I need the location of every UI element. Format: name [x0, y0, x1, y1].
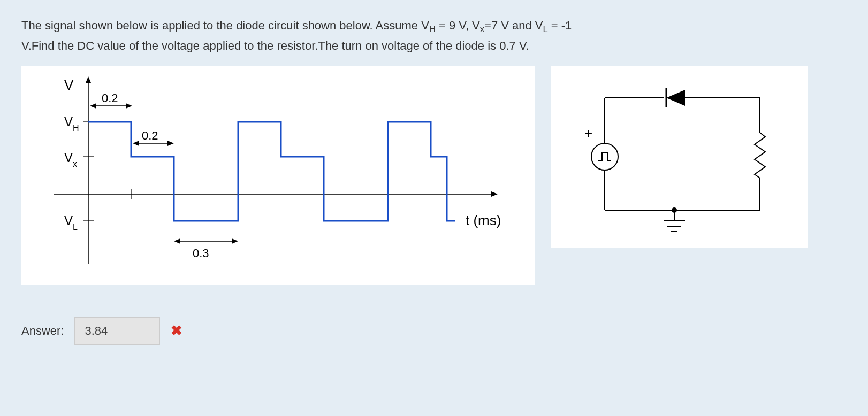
svg-marker-20 — [174, 238, 180, 244]
q-line2: V.Find the DC value of the voltage appli… — [21, 39, 529, 52]
svg-point-32 — [591, 143, 618, 170]
q-eq1: = 9 V, V — [436, 19, 480, 32]
svg-marker-13 — [126, 103, 132, 109]
duration-arrow-2: 0.2 — [133, 129, 174, 146]
figures-container: V VH Vx VL — [21, 66, 847, 285]
answer-input[interactable] — [74, 317, 160, 345]
svg-marker-30 — [666, 90, 685, 106]
svg-marker-16 — [133, 141, 139, 146]
duration-arrow-3: 0.3 — [174, 238, 238, 260]
q-eq2: =7 V and V — [484, 19, 543, 32]
svg-text:0.2: 0.2 — [102, 91, 118, 105]
ground-icon — [664, 207, 685, 232]
q-line1-a: The signal shown below is applied to the… — [21, 19, 429, 32]
vx-label-sub: x — [73, 159, 77, 168]
incorrect-icon: ✖ — [171, 322, 182, 339]
plus-label: + — [584, 125, 592, 141]
waveform-diagram: V VH Vx VL — [21, 66, 535, 285]
svg-text:Vx: Vx — [64, 150, 77, 168]
svg-text:VH: VH — [64, 114, 79, 133]
pulse-source-icon — [591, 143, 618, 170]
svg-text:VL: VL — [64, 213, 78, 232]
question-text: The signal shown below is applied to the… — [21, 16, 847, 55]
y-axis-label: V — [64, 77, 74, 93]
svg-marker-12 — [90, 103, 96, 109]
q-vx-sub: x — [480, 24, 484, 34]
vh-label-sub: H — [73, 123, 79, 132]
q-vh-sub: H — [429, 24, 436, 34]
svg-marker-1 — [86, 76, 91, 83]
vh-label: V — [64, 114, 73, 129]
circuit-diagram: + — [551, 66, 808, 248]
q-vl-sub: L — [543, 24, 548, 34]
vl-label: V — [64, 213, 73, 228]
resistor-icon — [755, 133, 765, 178]
diode-icon — [666, 88, 685, 107]
answer-row: Answer: ✖ — [21, 317, 847, 345]
svg-text:0.2: 0.2 — [142, 129, 158, 142]
svg-text:0.3: 0.3 — [193, 246, 209, 260]
q-eq3: = -1 — [548, 19, 572, 32]
svg-marker-17 — [167, 141, 174, 146]
duration-arrow-1: 0.2 — [90, 91, 132, 109]
x-axis-label: t (ms) — [466, 212, 501, 228]
svg-marker-3 — [491, 191, 498, 197]
answer-label: Answer: — [21, 324, 64, 338]
vl-label-sub: L — [73, 222, 78, 231]
vx-label: V — [64, 150, 73, 165]
svg-marker-21 — [232, 238, 238, 244]
